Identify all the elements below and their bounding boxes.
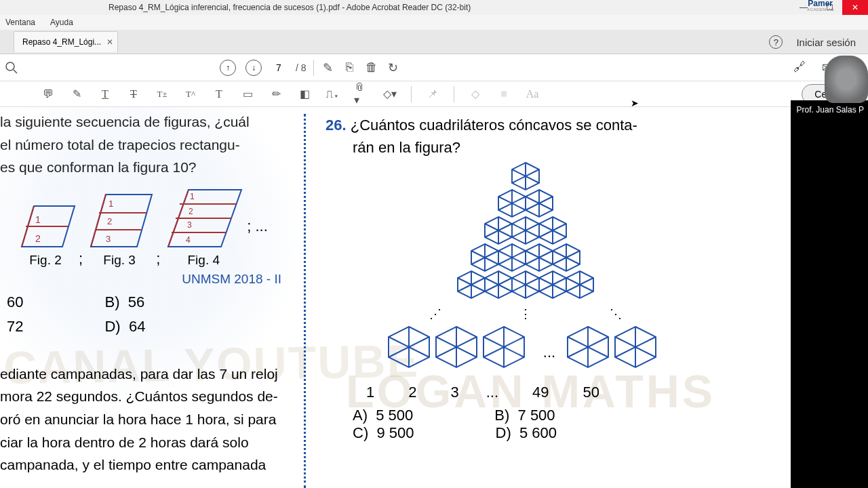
menu-ventana[interactable]: Ventana [1,16,39,28]
question-source: UNMSM 2018 - II [0,272,295,287]
svg-text:1: 1 [190,192,195,201]
close-window-button[interactable]: ✕ [842,0,868,15]
svg-marker-9 [91,195,152,247]
svg-text:1: 1 [35,214,41,225]
page-down-button[interactable]: ↓ [245,60,262,76]
main-figure [326,161,726,306]
menu-ayuda[interactable]: Ayuda [46,16,77,28]
document-tab[interactable]: Repaso 4_RM_Lógi... ✕ [14,31,118,52]
figure-4: 1 2 3 4 [163,186,244,250]
highlight-icon[interactable]: ✎ [69,87,84,102]
svg-text:2: 2 [189,207,193,216]
tabbar: Repaso 4_RM_Lógi... ✕ ? Iniciar sesión [0,30,868,54]
highlight-tool-icon[interactable]: ✎ [321,60,336,75]
pencil-icon[interactable]: ✏ [269,87,283,102]
tab-label: Repaso 4_RM_Lógi... [22,37,101,47]
page-total: / 8 [296,62,307,73]
text-style-icon[interactable]: Aa [525,87,540,102]
question-number: 26. [326,117,347,134]
svg-text:2: 2 [35,233,41,244]
window-title: Repaso 4_RM_Lógica inferencial, frecuenc… [108,3,471,12]
svg-text:3: 3 [106,234,111,244]
menubar: Ventana Ayuda [0,15,868,30]
document-area: CANAL YOUTUBE LOGAN MATHS la siguiente s… [0,107,868,488]
window-titlebar: Repaso 4_RM_Lógica inferencial, frecuenc… [0,0,868,15]
page-up-button[interactable]: ↑ [220,60,236,76]
svg-point-0 [6,62,14,70]
eraser-icon[interactable]: ◧ [297,87,312,102]
column-divider [304,114,306,488]
tab-close-icon[interactable]: ✕ [106,37,113,47]
add-text-icon[interactable]: T [212,87,226,102]
svg-line-12 [91,195,106,247]
page-number-input[interactable] [269,61,289,75]
svg-text:4: 4 [186,235,191,245]
shapes-dropdown-icon[interactable]: ◇▾ [382,87,397,102]
strikethrough-icon[interactable]: T [126,87,141,102]
comment-icon[interactable]: 💬︎ [41,87,56,102]
attach-dropdown-icon[interactable]: 📎︎▾ [354,87,369,102]
signin-link[interactable]: Iniciar sesión [796,37,856,48]
right-question: 26. ¿Cuántos cuadriláteros cóncavos se c… [326,114,726,442]
textbox-icon[interactable]: ▭ [240,87,255,102]
replace-text-icon[interactable]: T± [155,87,170,102]
insert-text-icon[interactable]: T^ [183,87,198,102]
svg-text:1: 1 [108,199,113,209]
svg-text:3: 3 [187,220,192,230]
annotation-toolbar: 💬︎ ✎ T T T± T^ T ▭ ✏ ◧ ⎍▾ 📎︎▾ ◇▾ 📌︎ ◇ ≡ … [0,81,868,107]
hex-row-figure: ... [326,325,726,380]
line-weight-icon[interactable]: ≡ [496,87,511,102]
stamp-tool-icon[interactable]: ⎘ [342,60,357,75]
main-toolbar: ↑ ↓ / 8 ✎ ⎘ 🗑︎ ↻ 🔗︎ ✉ [0,54,868,81]
document-content: CANAL YOUTUBE LOGAN MATHS la siguiente s… [0,107,837,488]
fill-color-icon[interactable]: ◇ [468,87,483,102]
presenter-thumbnail [825,56,868,103]
help-icon[interactable]: ? [769,35,783,49]
presenter-name: Prof. Juan Salas P [793,103,868,117]
underline-text-icon[interactable]: T [98,87,113,102]
figure-2: 1 2 [15,196,76,250]
find-icon[interactable] [4,60,19,75]
signin-area: ? Iniciar sesión [769,35,856,49]
video-overlay [791,100,868,488]
delete-tool-icon[interactable]: 🗑︎ [364,60,379,75]
left-question: la siguiente secuencia de figuras, ¿cuál… [0,107,302,483]
brand-subtitle: ACADEMIAS [807,7,834,12]
pin-icon[interactable]: 📌︎ [425,87,440,102]
svg-line-1 [14,70,17,73]
share-link-icon[interactable]: 🔗︎ [792,60,807,75]
stamp-dropdown-icon[interactable]: ⎍▾ [326,87,340,102]
rotate-tool-icon[interactable]: ↻ [386,60,401,75]
figure-3: 1 2 3 [85,189,153,250]
svg-text:2: 2 [107,216,112,226]
